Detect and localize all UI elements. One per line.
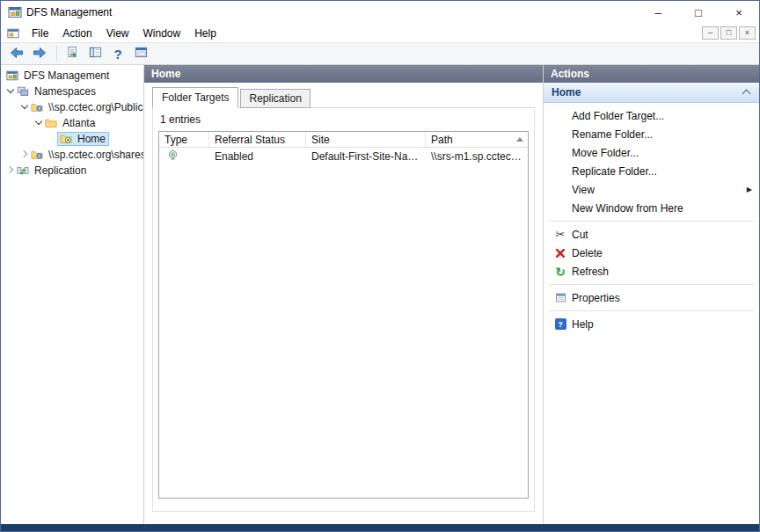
actions-section-home[interactable]: Home [544,83,759,103]
minimize-button[interactable]: – [638,1,678,24]
caption-buttons: – □ × [638,1,759,24]
column-header-path-label: Path [431,134,453,146]
action-label: Move Folder... [572,147,639,159]
action-refresh[interactable]: ↻ Refresh [544,262,759,281]
new-window-button[interactable] [130,44,151,63]
chevron-up-icon[interactable] [742,88,751,97]
menu-window[interactable]: Window [136,26,188,41]
expander-placeholder [48,134,58,144]
properties-icon [552,292,569,303]
tree-item-replication[interactable]: Replication [1,163,143,179]
help-icon: ? [552,318,569,330]
action-label: Cut [572,229,588,241]
chevron-expanded-icon[interactable] [33,118,44,128]
window-title: DFS Management [26,6,112,18]
export-list-button[interactable] [62,44,83,63]
column-header-type[interactable]: Type [159,132,209,147]
action-label: Help [572,318,594,331]
tree-item-dfs-management[interactable]: DFS Management [1,68,143,84]
app-icon [8,5,22,19]
action-view[interactable]: View ▶ [544,180,759,199]
column-header-path[interactable]: Path [426,132,528,147]
console-icon [7,27,19,40]
action-delete[interactable]: Delete [544,244,759,262]
console-tree-icon [89,46,102,62]
entries-count-label: 1 entries [160,113,529,126]
tree-item-public-namespace[interactable]: \\sp.cctec.org\Public [1,99,143,115]
action-label: Replicate Folder... [572,165,657,178]
tree-item-home[interactable]: Home [1,131,143,147]
tree-item-label: DFS Management [22,69,111,82]
maximize-button[interactable]: □ [678,1,719,24]
tab-replication[interactable]: Replication [240,89,310,108]
delete-icon [552,248,569,259]
tree-item-shares-namespace[interactable]: \\sp.cctec.org\shares [1,147,143,163]
folder-target-icon [167,149,179,164]
help-button[interactable]: ? [107,44,128,63]
menu-file[interactable]: File [25,26,55,41]
console-tree-toggle-button[interactable] [84,44,106,63]
help-icon: ? [113,47,121,62]
toolbar: ? [1,42,759,65]
action-label: Add Folder Target... [572,110,664,122]
action-help[interactable]: ? Help [544,315,759,333]
action-label: View [572,184,595,196]
row-path: \\srs-m1.sp.cctec.org\Sh... [426,150,528,163]
namespace-icon [30,149,44,161]
mdi-window-controls: – □ × [700,26,756,40]
tree-item-namespaces[interactable]: Namespaces [1,84,143,99]
new-window-icon [135,46,148,62]
content-area: DFS Management Namespaces \\sp.cctec.org… [1,65,759,524]
list-header-row: Type Referral Status Site Path [159,132,528,148]
menu-view[interactable]: View [99,26,136,41]
table-row[interactable]: Enabled Default-First-Site-Name \\srs-m1… [159,148,528,164]
column-header-site[interactable]: Site [306,132,426,147]
action-label: Properties [572,292,620,304]
tab-folder-targets[interactable]: Folder Targets [152,87,238,108]
actions-pane-header: Actions [544,65,759,83]
actions-separator [549,284,754,285]
back-button[interactable] [6,44,27,63]
actions-section-label: Home [552,86,581,98]
action-cut[interactable]: ✂ Cut [544,225,759,244]
action-label: Delete [572,247,603,259]
folder-target-icon [59,133,73,145]
menu-help[interactable]: Help [187,26,223,41]
row-site: Default-First-Site-Name [306,150,426,163]
row-referral-status: Enabled [209,150,306,163]
namespace-icon [30,101,44,113]
chevron-collapsed-icon[interactable] [5,165,16,176]
action-properties[interactable]: Properties [544,288,759,307]
action-label: Rename Folder... [572,128,653,141]
tree-item-label: Namespaces [33,85,98,98]
tree-item-atlanta[interactable]: Atlanta [1,115,143,131]
chevron-expanded-icon[interactable] [5,86,16,97]
close-button[interactable]: × [719,1,759,24]
chevron-expanded-icon[interactable] [19,102,30,113]
forward-button[interactable] [29,44,50,63]
action-replicate-folder[interactable]: Replicate Folder... [544,162,759,180]
results-pane-header: Home [144,65,543,83]
action-label: New Window from Here [572,202,683,215]
action-new-window-from-here[interactable]: New Window from Here [544,199,759,217]
refresh-icon: ↻ [552,265,569,279]
menu-action[interactable]: Action [55,26,99,41]
folder-targets-list: Type Referral Status Site Path [158,131,529,499]
action-move-folder[interactable]: Move Folder... [544,143,759,162]
tab-content: 1 entries Type Referral Status Site Path [152,107,535,512]
export-list-icon [66,46,79,62]
replication-icon [16,164,30,177]
namespaces-icon [16,85,30,98]
action-rename-folder[interactable]: Rename Folder... [544,125,759,143]
action-add-folder-target[interactable]: Add Folder Target... [544,106,759,125]
chevron-collapsed-icon[interactable] [19,149,30,160]
tab-strip: Folder Targets Replication [144,83,543,107]
tree-item-label: Replication [33,164,88,177]
column-header-referral-status[interactable]: Referral Status [209,132,306,147]
mdi-minimize-button[interactable]: – [702,26,719,40]
tree-item-label: \\sp.cctec.org\Public [47,101,144,113]
mdi-close-button[interactable]: × [739,26,756,40]
actions-separator [549,310,754,311]
actions-list: Add Folder Target... Rename Folder... Mo… [544,103,759,333]
mdi-restore-button[interactable]: □ [720,26,737,40]
